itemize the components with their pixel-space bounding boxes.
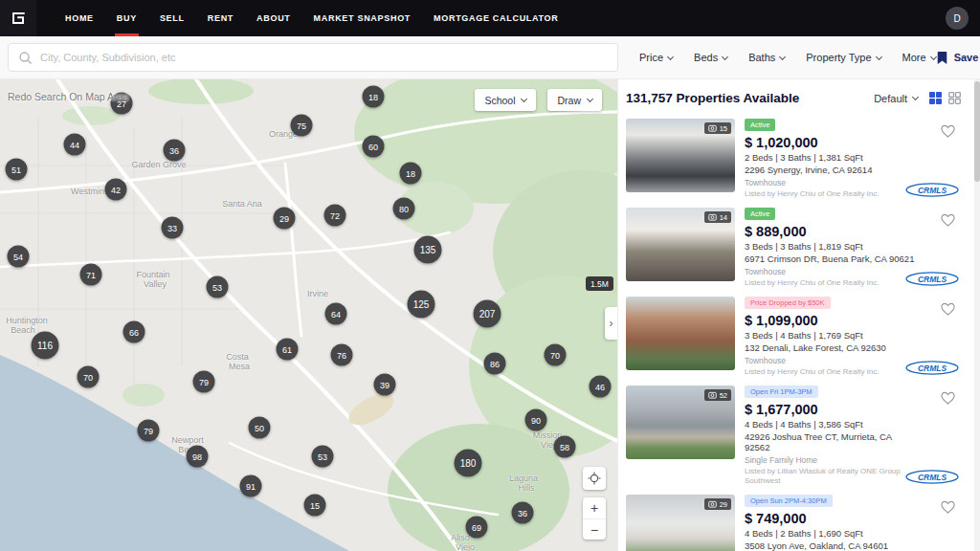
- filter-property-type[interactable]: Property Type: [806, 52, 880, 63]
- map-cluster-marker[interactable]: 91: [240, 475, 262, 497]
- favorite-button[interactable]: [941, 124, 955, 138]
- price-pin[interactable]: 1.5M: [586, 276, 613, 291]
- map-cluster-marker[interactable]: 53: [207, 276, 229, 298]
- brand-logo[interactable]: [0, 0, 36, 36]
- map-cluster-marker[interactable]: 180: [455, 450, 482, 477]
- map-cluster-marker[interactable]: 29: [274, 208, 296, 230]
- map-cluster-marker[interactable]: 58: [554, 436, 576, 458]
- map-cluster-marker[interactable]: 116: [32, 332, 59, 360]
- map-cluster-marker[interactable]: 75: [291, 115, 313, 137]
- draw-dropdown[interactable]: Draw: [547, 89, 602, 111]
- filter-beds[interactable]: Beds: [694, 52, 727, 63]
- sort-label: Default: [874, 93, 907, 104]
- map-zoom-out-button[interactable]: −: [583, 518, 606, 540]
- filter-price[interactable]: Price: [639, 52, 673, 63]
- camera-icon: [708, 213, 717, 221]
- property-card[interactable]: 15 Active $ 1,020,000 2 Beds | 3 Baths |…: [626, 119, 969, 199]
- map-place-label: Costa: [226, 352, 249, 362]
- map-cluster-marker[interactable]: 15: [304, 495, 326, 517]
- view-toggle-grid[interactable]: [948, 92, 961, 104]
- map-cluster-marker[interactable]: 207: [474, 300, 501, 328]
- map-place-label: Irvine: [307, 289, 328, 298]
- location-search[interactable]: [8, 43, 618, 72]
- user-avatar[interactable]: D: [946, 7, 969, 30]
- crmls-logo: CRMLS: [905, 470, 959, 484]
- map-cluster-marker[interactable]: 69: [466, 517, 488, 539]
- map-cluster-marker[interactable]: 64: [325, 303, 347, 325]
- map-cluster-marker[interactable]: 90: [525, 409, 547, 431]
- map-cluster-marker[interactable]: 51: [6, 159, 28, 181]
- map-cluster-marker[interactable]: 44: [64, 134, 86, 156]
- map-cluster-marker[interactable]: 135: [414, 236, 442, 264]
- favorite-button[interactable]: [941, 500, 955, 514]
- scrollbar-thumb[interactable]: [974, 81, 980, 182]
- map-cluster-marker[interactable]: 50: [249, 417, 271, 439]
- property-card[interactable]: 29 Open Sun 2PM-4:30PM $ 749,000 4 Beds …: [626, 495, 969, 551]
- map-cluster-marker[interactable]: 39: [374, 374, 396, 396]
- school-label: School: [484, 95, 515, 106]
- nav-item-home[interactable]: HOME: [54, 0, 105, 36]
- map-cluster-marker[interactable]: 70: [78, 366, 100, 388]
- map-cluster-marker[interactable]: 18: [363, 86, 385, 108]
- property-address: 3508 Lyon Ave, Oakland, CA 94601: [745, 540, 915, 551]
- table-view-icon: [929, 92, 942, 104]
- map-cluster-marker[interactable]: 60: [363, 136, 385, 158]
- nav-item-about[interactable]: ABOUT: [245, 0, 302, 36]
- filter-baths[interactable]: Baths: [748, 52, 785, 63]
- property-card[interactable]: 14 Active $ 889,000 3 Beds | 3 Baths | 1…: [626, 208, 969, 288]
- property-type: Townhouse: [745, 267, 915, 276]
- map-cluster-marker[interactable]: 46: [590, 376, 612, 398]
- property-price: $ 1,677,000: [745, 402, 915, 417]
- view-toggle-table[interactable]: [929, 92, 942, 104]
- map-cluster-marker[interactable]: 36: [512, 502, 534, 524]
- map-cluster-marker[interactable]: 70: [545, 344, 567, 366]
- favorite-button[interactable]: [941, 302, 955, 316]
- property-price: $ 1,020,000: [745, 135, 915, 150]
- filter-more[interactable]: More: [902, 52, 936, 63]
- map-cluster-marker[interactable]: 66: [123, 321, 145, 343]
- map-cluster-marker[interactable]: 33: [162, 217, 184, 239]
- save-search-label: Save Search: [954, 52, 980, 63]
- property-photo: 15: [626, 119, 735, 192]
- favorite-button[interactable]: [941, 213, 955, 227]
- map-collapse-toggle[interactable]: ›: [605, 307, 617, 340]
- map-cluster-marker[interactable]: 72: [324, 205, 346, 227]
- scrollbar[interactable]: [974, 79, 980, 551]
- map-place-label: Viejo: [456, 542, 475, 551]
- map-locate-button[interactable]: [583, 467, 606, 490]
- map-cluster-marker[interactable]: 76: [331, 344, 353, 366]
- school-dropdown[interactable]: School: [475, 89, 536, 111]
- status-badge: Active: [745, 208, 775, 220]
- draw-label: Draw: [557, 95, 581, 106]
- search-input[interactable]: [40, 52, 608, 63]
- nav-item-rent[interactable]: RENT: [196, 0, 245, 36]
- save-search-button[interactable]: Save Search: [936, 51, 980, 65]
- map-cluster-marker[interactable]: 53: [312, 446, 334, 468]
- map-cluster-marker[interactable]: 80: [393, 198, 415, 220]
- nav-item-buy[interactable]: BUY: [105, 0, 148, 36]
- status-badge: Open Fri 1PM-3PM: [745, 386, 818, 398]
- map-cluster-marker[interactable]: 36: [164, 140, 186, 162]
- map-cluster-marker[interactable]: 61: [277, 339, 299, 361]
- map-cluster-marker[interactable]: 98: [187, 446, 209, 468]
- map-cluster-marker[interactable]: 79: [138, 420, 160, 442]
- nav-item-mortgage-calculator[interactable]: MORTGAGE CALCULATOR: [422, 0, 569, 36]
- property-card[interactable]: Price Dropped by $50K $ 1,099,000 3 Beds…: [626, 297, 969, 377]
- nav-item-sell[interactable]: SELL: [148, 0, 196, 36]
- map[interactable]: Redo Search On Map Area School Draw 2718…: [0, 79, 617, 551]
- redo-search-button[interactable]: Redo Search On Map Area: [8, 91, 128, 102]
- sort-dropdown[interactable]: Default: [874, 93, 918, 104]
- property-address: 6971 Crimson DR, Buena Park, CA 90621: [745, 253, 915, 264]
- listed-by: Listed by Henry Chiu of One Realty Inc.: [745, 278, 915, 288]
- map-cluster-marker[interactable]: 42: [105, 179, 127, 201]
- map-cluster-marker[interactable]: 125: [408, 291, 435, 319]
- map-cluster-marker[interactable]: 86: [484, 353, 506, 375]
- map-zoom-in-button[interactable]: +: [583, 497, 606, 518]
- favorite-button[interactable]: [941, 391, 955, 405]
- map-cluster-marker[interactable]: 54: [8, 246, 30, 268]
- map-cluster-marker[interactable]: 71: [80, 264, 102, 286]
- map-cluster-marker[interactable]: 79: [193, 371, 215, 393]
- property-card[interactable]: 52 Open Fri 1PM-3PM $ 1,677,000 4 Beds |…: [626, 386, 969, 486]
- nav-item-market-snapshot[interactable]: MARKET SNAPSHOT: [302, 0, 423, 36]
- map-cluster-marker[interactable]: 18: [400, 163, 422, 185]
